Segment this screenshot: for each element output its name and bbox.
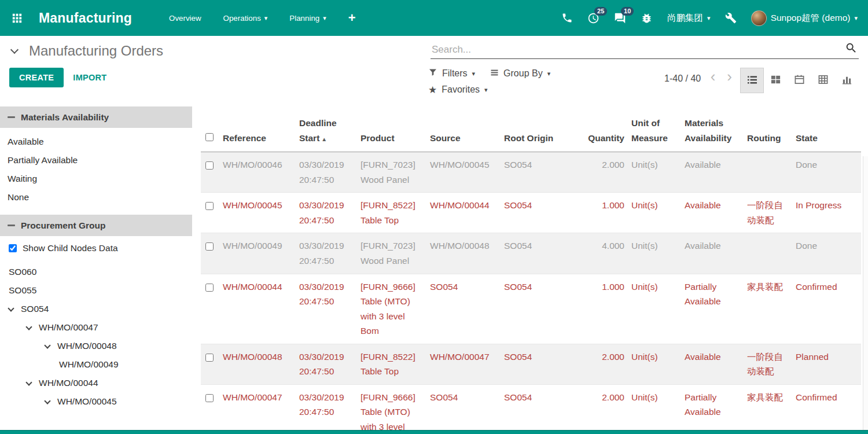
graph-view-button[interactable] <box>835 68 859 93</box>
collapse-breadcrumb-button[interactable] <box>9 47 20 55</box>
sort-ascending-icon: ▲ <box>321 136 327 142</box>
table-row[interactable]: WH/MO/00046 03/30/2019 20:47:50 [FURN_70… <box>201 152 861 193</box>
add-menu-button[interactable]: + <box>348 12 356 24</box>
availability-filter-item[interactable]: Available <box>0 133 192 151</box>
user-name: Sunpop超管 (demo) <box>771 12 851 24</box>
cell-quantity: 1.000 <box>578 193 630 233</box>
calendar-view-button[interactable] <box>788 68 811 93</box>
column-header-reference[interactable]: Reference <box>222 102 298 152</box>
table-row[interactable]: WH/MO/00049 03/30/2019 20:47:50 [FURN_70… <box>201 233 861 274</box>
tree-item[interactable]: WH/MO/00048 <box>0 337 192 355</box>
section-title: Materials Availability <box>21 112 109 123</box>
select-all-checkbox[interactable] <box>205 133 214 141</box>
column-header-unit-of-measure[interactable]: Unit of Measure <box>630 102 683 152</box>
nav-menu-item[interactable]: Operations ▾ <box>223 14 268 23</box>
row-checkbox[interactable] <box>205 284 214 292</box>
chevron-down-icon[interactable] <box>25 323 32 330</box>
chevron-down-icon[interactable] <box>44 342 50 348</box>
table-header-row: Reference Deadline Start▲ Product Source… <box>201 102 861 152</box>
deadline-date: 03/30/2019 <box>299 390 356 405</box>
chevron-down-icon[interactable] <box>8 305 14 311</box>
cell-unit-of-measure: Unit(s) <box>630 193 683 233</box>
show-child-nodes-option[interactable]: Show Child Nodes Data <box>0 236 192 258</box>
row-checkbox[interactable] <box>205 242 214 251</box>
tree-item-label: SO055 <box>9 285 36 296</box>
company-menu[interactable]: 尚鹏集团 ▾ <box>667 12 711 24</box>
chevron-down-icon[interactable] <box>44 398 50 404</box>
cell-root-origin: SO054 <box>503 152 578 193</box>
import-button[interactable]: IMPORT <box>64 68 116 87</box>
nav-menu-item[interactable]: Planning ▾ <box>289 14 326 23</box>
search-input[interactable] <box>432 44 841 56</box>
tree-item[interactable]: SO055 <box>0 281 192 300</box>
column-header-deadline-start[interactable]: Deadline Start▲ <box>298 102 359 152</box>
favorites-button[interactable]: ★ Favorites ▾ <box>428 84 488 95</box>
cell-reference: WH/MO/00044 <box>222 274 298 344</box>
cell-quantity: 2.000 <box>578 344 630 384</box>
tree-item[interactable]: WH/MO/00044 <box>0 374 192 392</box>
cell-deadline: 03/30/2019 20:47:50 <box>298 233 359 274</box>
cell-source: WH/MO/00048 <box>429 233 503 274</box>
cell-root-origin: SO054 <box>503 344 578 384</box>
vertical-scrollbar[interactable] <box>863 156 868 430</box>
tree-item-label: WH/MO/00049 <box>59 359 119 370</box>
user-menu[interactable]: Sunpop超管 (demo) ▾ <box>751 10 858 26</box>
activities-button[interactable]: 25 <box>587 12 599 24</box>
row-checkbox[interactable] <box>205 161 214 170</box>
kanban-view-button[interactable] <box>764 68 788 93</box>
chevron-down-icon <box>10 46 19 54</box>
messages-button[interactable]: 10 <box>614 12 626 24</box>
pager-previous-button[interactable]: ‹ <box>711 68 716 86</box>
column-header-source[interactable]: Source <box>429 102 503 152</box>
list-view-button[interactable] <box>740 68 764 93</box>
cell-routing <box>746 152 795 193</box>
cell-state: Planned <box>795 344 861 384</box>
tree-item[interactable]: WH/MO/00049 <box>0 355 192 374</box>
group-by-icon <box>490 68 499 79</box>
tree-item[interactable]: WH/MO/00045 <box>0 392 192 411</box>
column-header-product[interactable]: Product <box>359 102 429 152</box>
column-header-quantity[interactable]: Quantity <box>578 102 630 152</box>
table-row[interactable]: WH/MO/00044 03/30/2019 20:47:50 [FURN_96… <box>201 274 861 344</box>
calendar-view-icon <box>794 74 805 87</box>
group-by-button[interactable]: Group By ▾ <box>490 68 550 79</box>
table-row[interactable]: WH/MO/00047 03/30/2019 20:47:50 [FURN_96… <box>201 384 861 434</box>
apps-menu-button[interactable] <box>10 12 24 25</box>
row-checkbox[interactable] <box>205 202 214 210</box>
chevron-down-icon[interactable] <box>25 379 32 385</box>
column-header-state[interactable]: State <box>795 102 861 152</box>
cell-source: SO054 <box>429 274 503 344</box>
column-header-materials-availability[interactable]: Materials Availability <box>683 102 746 152</box>
show-child-nodes-checkbox[interactable] <box>9 244 17 252</box>
create-button[interactable]: CREATE <box>9 68 64 87</box>
pivot-view-button[interactable] <box>811 68 835 93</box>
cell-root-origin: SO054 <box>503 233 578 274</box>
cell-state: Confirmed <box>795 274 861 344</box>
table-row[interactable]: WH/MO/00045 03/30/2019 20:47:50 [FURN_85… <box>201 193 861 233</box>
phone-button[interactable] <box>561 12 573 24</box>
cell-routing <box>746 233 795 274</box>
tools-button[interactable] <box>725 12 737 24</box>
column-header-root-origin[interactable]: Root Origin <box>503 102 578 152</box>
pager-range: 1-40 / 40 <box>664 68 701 86</box>
cell-state: Confirmed <box>795 384 861 434</box>
availability-filter-item[interactable]: None <box>0 188 192 207</box>
section-dash-icon <box>8 225 15 226</box>
availability-filter-item[interactable]: Waiting <box>0 170 192 188</box>
tree-item[interactable]: SO060 <box>0 263 192 281</box>
debug-button[interactable] <box>641 12 653 24</box>
filters-button[interactable]: Filters ▾ <box>428 68 475 79</box>
section-header-materials-availability: Materials Availability <box>0 106 192 128</box>
deadline-date: 03/30/2019 <box>299 157 356 172</box>
tree-item[interactable]: WH/MO/00047 <box>0 318 192 337</box>
availability-filter-item[interactable]: Partially Available <box>0 151 192 170</box>
chevron-down-icon: ▾ <box>854 15 858 21</box>
search-icon[interactable] <box>845 42 858 57</box>
row-checkbox[interactable] <box>205 394 214 402</box>
nav-menu-item[interactable]: Overview ▾ <box>169 14 201 23</box>
tree-item[interactable]: SO054 <box>0 300 192 318</box>
pager-next-button[interactable]: › <box>727 68 732 86</box>
column-header-routing[interactable]: Routing <box>746 102 795 152</box>
row-checkbox[interactable] <box>205 354 214 362</box>
table-row[interactable]: WH/MO/00048 03/30/2019 20:47:50 [FURN_85… <box>201 344 861 384</box>
